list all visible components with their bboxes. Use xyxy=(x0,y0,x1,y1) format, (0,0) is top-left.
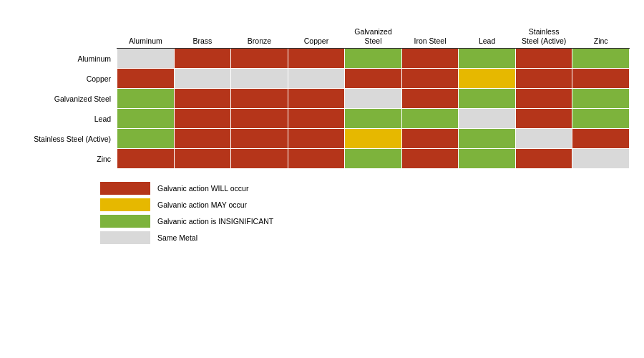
cell-3-7 xyxy=(515,109,572,129)
cell-1-4 xyxy=(345,69,402,89)
legend-item-0: Galvanic action WILL occur xyxy=(100,182,273,195)
legend-label-0: Galvanic action WILL occur xyxy=(157,184,248,193)
cell-5-7 xyxy=(515,149,572,169)
row-header-galvanized-steel: Galvanized Steel xyxy=(14,89,117,109)
cell-4-6 xyxy=(459,129,516,149)
cell-0-2 xyxy=(231,49,288,69)
cell-3-3 xyxy=(288,109,345,129)
table-row: Zinc xyxy=(14,149,630,169)
row-header-lead: Lead xyxy=(14,109,117,129)
chart-container: AluminumBrassBronzeCopperGalvanizedSteel… xyxy=(0,0,644,358)
table-wrapper: AluminumBrassBronzeCopperGalvanizedSteel… xyxy=(14,27,630,169)
col-header-stainless-steel-(active): StainlessSteel (Active) xyxy=(515,27,572,49)
cell-4-1 xyxy=(174,129,231,149)
header-row: AluminumBrassBronzeCopperGalvanizedSteel… xyxy=(14,27,630,49)
cell-2-7 xyxy=(515,89,572,109)
cell-5-8 xyxy=(572,149,630,169)
cell-3-5 xyxy=(401,109,459,129)
cell-2-2 xyxy=(231,89,288,109)
cell-5-0 xyxy=(117,149,175,169)
cell-0-8 xyxy=(572,49,630,69)
cell-1-2 xyxy=(231,69,288,89)
cell-2-1 xyxy=(174,89,231,109)
cell-2-0 xyxy=(117,89,175,109)
table-row: Galvanized Steel xyxy=(14,89,630,109)
cell-0-4 xyxy=(345,49,402,69)
legend-box-same xyxy=(100,231,150,244)
cell-2-8 xyxy=(572,89,630,109)
col-header-zinc: Zinc xyxy=(572,27,630,49)
col-header-aluminum: Aluminum xyxy=(117,27,175,49)
row-header-stainless-steel-(active): Stainless Steel (Active) xyxy=(14,129,117,149)
cell-4-8 xyxy=(572,129,630,149)
cell-1-5 xyxy=(401,69,459,89)
cell-4-5 xyxy=(401,129,459,149)
cell-2-6 xyxy=(459,89,516,109)
cell-5-6 xyxy=(459,149,516,169)
cell-0-1 xyxy=(174,49,231,69)
grid-table: AluminumBrassBronzeCopperGalvanizedSteel… xyxy=(14,27,630,169)
cell-5-2 xyxy=(231,149,288,169)
grid-body: AluminumCopperGalvanized SteelLeadStainl… xyxy=(14,49,630,169)
cell-5-5 xyxy=(401,149,459,169)
legend-box-may xyxy=(100,198,150,211)
cell-0-6 xyxy=(459,49,516,69)
legend-item-3: Same Metal xyxy=(100,231,273,244)
cell-0-7 xyxy=(515,49,572,69)
cell-3-8 xyxy=(572,109,630,129)
cell-2-4 xyxy=(345,89,402,109)
cell-2-3 xyxy=(288,89,345,109)
legend-label-3: Same Metal xyxy=(157,233,197,242)
cell-0-0 xyxy=(117,49,175,69)
row-header-zinc: Zinc xyxy=(14,149,117,169)
cell-1-8 xyxy=(572,69,630,89)
cell-3-0 xyxy=(117,109,175,129)
table-row: Stainless Steel (Active) xyxy=(14,129,630,149)
row-header-copper: Copper xyxy=(14,69,117,89)
col-header-brass: Brass xyxy=(174,27,231,49)
col-header-bronze: Bronze xyxy=(231,27,288,49)
legend-box-will xyxy=(100,182,150,195)
legend-label-1: Galvanic action MAY occur xyxy=(157,200,247,209)
cell-1-6 xyxy=(459,69,516,89)
legend-section: Galvanic action WILL occurGalvanic actio… xyxy=(100,182,273,244)
col-header-galvanized-steel: GalvanizedSteel xyxy=(345,27,402,49)
cell-5-3 xyxy=(288,149,345,169)
legend-item-1: Galvanic action MAY occur xyxy=(100,198,273,211)
col-header-lead: Lead xyxy=(459,27,516,49)
cell-5-1 xyxy=(174,149,231,169)
cell-5-4 xyxy=(345,149,402,169)
cell-4-7 xyxy=(515,129,572,149)
col-header-copper: Copper xyxy=(288,27,345,49)
cell-4-4 xyxy=(345,129,402,149)
legend-box-insig xyxy=(100,215,150,228)
table-row: Lead xyxy=(14,109,630,129)
col-header-iron-steel: Iron Steel xyxy=(401,27,459,49)
cell-3-6 xyxy=(459,109,516,129)
table-row: Copper xyxy=(14,69,630,89)
cell-4-3 xyxy=(288,129,345,149)
cell-0-3 xyxy=(288,49,345,69)
cell-1-7 xyxy=(515,69,572,89)
cell-2-5 xyxy=(401,89,459,109)
row-header-aluminum: Aluminum xyxy=(14,49,117,69)
cell-4-0 xyxy=(117,129,175,149)
cell-3-1 xyxy=(174,109,231,129)
cell-3-2 xyxy=(231,109,288,129)
cell-1-0 xyxy=(117,69,175,89)
legend-label-2: Galvanic action is INSIGNIFICANT xyxy=(157,217,273,226)
table-row: Aluminum xyxy=(14,49,630,69)
cell-1-1 xyxy=(174,69,231,89)
cell-3-4 xyxy=(345,109,402,129)
cell-4-2 xyxy=(231,129,288,149)
legend-item-2: Galvanic action is INSIGNIFICANT xyxy=(100,215,273,228)
cell-1-3 xyxy=(288,69,345,89)
cell-0-5 xyxy=(401,49,459,69)
